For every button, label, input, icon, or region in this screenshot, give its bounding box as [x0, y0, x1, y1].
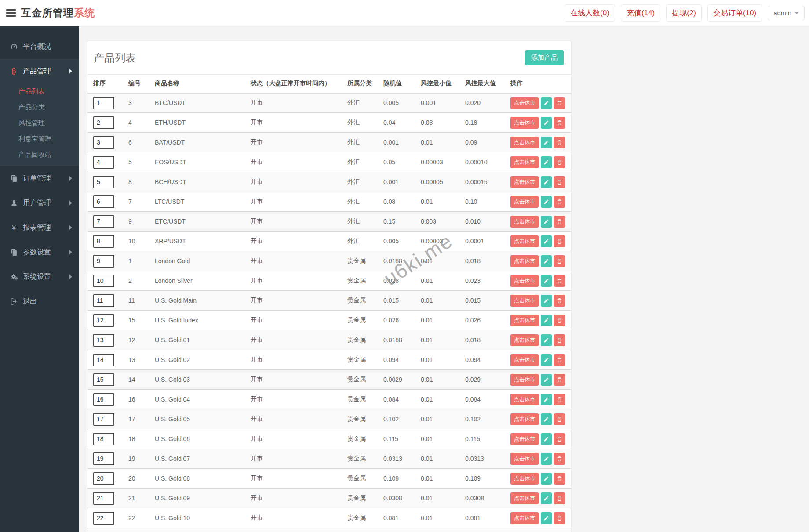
sidebar-item-risk-management[interactable]: 风控管理	[0, 115, 79, 131]
close-market-button[interactable]: 点击休市	[510, 374, 539, 386]
admin-dropdown[interactable]: admin	[768, 6, 805, 20]
delete-button[interactable]	[554, 473, 565, 485]
close-market-button[interactable]: 点击休市	[510, 492, 539, 504]
online-users-button[interactable]: 在线人数(0)	[565, 4, 615, 22]
recharge-button[interactable]: 充值(14)	[621, 4, 660, 22]
delete-button[interactable]	[554, 156, 565, 168]
edit-button[interactable]	[541, 492, 552, 504]
close-market-button[interactable]: 点击休市	[510, 216, 539, 228]
sidebar-item-user-management[interactable]: 用户管理	[0, 191, 79, 215]
edit-button[interactable]	[541, 97, 552, 109]
sidebar-item-report-management[interactable]: ¥ 报表管理	[0, 215, 79, 240]
close-market-button[interactable]: 点击休市	[510, 137, 539, 148]
edit-button[interactable]	[541, 255, 552, 267]
edit-button[interactable]	[541, 374, 552, 386]
close-market-button[interactable]: 点击休市	[510, 97, 539, 109]
sort-input[interactable]	[93, 255, 114, 268]
delete-button[interactable]	[554, 354, 565, 366]
sort-input[interactable]	[93, 176, 114, 188]
edit-button[interactable]	[541, 275, 552, 287]
sort-input[interactable]	[93, 97, 114, 109]
sort-input[interactable]	[93, 492, 114, 505]
sidebar-item-system-settings[interactable]: 系统设置	[0, 264, 79, 289]
delete-button[interactable]	[554, 97, 565, 109]
sidebar-item-platform-overview[interactable]: 平台概况	[0, 34, 79, 59]
close-market-button[interactable]: 点击休市	[510, 176, 539, 188]
sort-input[interactable]	[93, 472, 114, 485]
sort-input[interactable]	[93, 433, 114, 445]
sort-input[interactable]	[93, 314, 114, 327]
close-market-button[interactable]: 点击休市	[510, 255, 539, 267]
sidebar-item-product-list[interactable]: 产品列表	[0, 83, 79, 99]
sidebar-item-product-category[interactable]: 产品分类	[0, 99, 79, 115]
close-market-button[interactable]: 点击休市	[510, 315, 539, 326]
close-market-button[interactable]: 点击休市	[510, 196, 539, 208]
edit-button[interactable]	[541, 156, 552, 168]
delete-button[interactable]	[554, 315, 565, 326]
sort-input[interactable]	[93, 136, 114, 149]
delete-button[interactable]	[554, 275, 565, 287]
edit-button[interactable]	[541, 315, 552, 326]
sort-input[interactable]	[93, 452, 114, 465]
close-market-button[interactable]: 点击休市	[510, 275, 539, 287]
delete-button[interactable]	[554, 394, 565, 405]
delete-button[interactable]	[554, 374, 565, 386]
sort-input[interactable]	[93, 393, 114, 406]
edit-button[interactable]	[541, 473, 552, 485]
delete-button[interactable]	[554, 235, 565, 247]
close-market-button[interactable]: 点击休市	[510, 413, 539, 425]
delete-button[interactable]	[554, 176, 565, 188]
sort-input[interactable]	[93, 156, 114, 169]
edit-button[interactable]	[541, 413, 552, 425]
close-market-button[interactable]: 点击休市	[510, 117, 539, 129]
trade-orders-button[interactable]: 交易订单(10)	[707, 4, 762, 22]
sort-input[interactable]	[93, 354, 114, 366]
sort-input[interactable]	[93, 512, 114, 525]
delete-button[interactable]	[554, 413, 565, 425]
sort-input[interactable]	[93, 294, 114, 307]
delete-button[interactable]	[554, 453, 565, 465]
edit-button[interactable]	[541, 137, 552, 148]
edit-button[interactable]	[541, 453, 552, 465]
edit-button[interactable]	[541, 394, 552, 405]
close-market-button[interactable]: 点击休市	[510, 473, 539, 485]
close-market-button[interactable]: 点击休市	[510, 235, 539, 247]
edit-button[interactable]	[541, 176, 552, 188]
close-market-button[interactable]: 点击休市	[510, 512, 539, 524]
close-market-button[interactable]: 点击休市	[510, 453, 539, 465]
edit-button[interactable]	[541, 334, 552, 346]
sidebar-item-order-management[interactable]: 订单管理	[0, 166, 79, 191]
edit-button[interactable]	[541, 235, 552, 247]
sort-input[interactable]	[93, 373, 114, 386]
delete-button[interactable]	[554, 196, 565, 208]
delete-button[interactable]	[554, 137, 565, 148]
menu-toggle-icon[interactable]	[1, 0, 21, 26]
add-product-button[interactable]: 添加产品	[525, 50, 564, 65]
sort-input[interactable]	[93, 215, 114, 228]
delete-button[interactable]	[554, 255, 565, 267]
delete-button[interactable]	[554, 433, 565, 445]
edit-button[interactable]	[541, 295, 552, 307]
sidebar-item-interest-management[interactable]: 利息宝管理	[0, 131, 79, 147]
sort-input[interactable]	[93, 334, 114, 347]
delete-button[interactable]	[554, 334, 565, 346]
sidebar-item-product-management[interactable]: 产品管理	[0, 59, 79, 83]
close-market-button[interactable]: 点击休市	[510, 394, 539, 405]
edit-button[interactable]	[541, 433, 552, 445]
close-market-button[interactable]: 点击休市	[510, 156, 539, 168]
delete-button[interactable]	[554, 117, 565, 129]
edit-button[interactable]	[541, 216, 552, 228]
close-market-button[interactable]: 点击休市	[510, 433, 539, 445]
sort-input[interactable]	[93, 413, 114, 426]
edit-button[interactable]	[541, 117, 552, 129]
sidebar-item-product-recycle[interactable]: 产品回收站	[0, 147, 79, 163]
sort-input[interactable]	[93, 235, 114, 248]
close-market-button[interactable]: 点击休市	[510, 334, 539, 346]
edit-button[interactable]	[541, 196, 552, 208]
sort-input[interactable]	[93, 195, 114, 208]
delete-button[interactable]	[554, 295, 565, 307]
delete-button[interactable]	[554, 492, 565, 504]
edit-button[interactable]	[541, 354, 552, 366]
sort-input[interactable]	[93, 116, 114, 129]
sidebar-item-parameter-settings[interactable]: 参数设置	[0, 240, 79, 264]
